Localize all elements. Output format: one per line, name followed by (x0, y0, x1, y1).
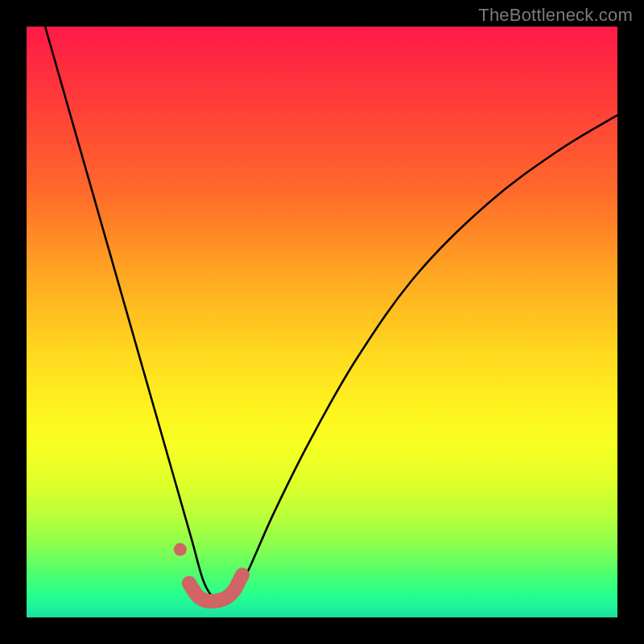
plot-area (27, 27, 617, 617)
chart-svg (27, 27, 617, 617)
outer-frame: TheBottleneck.com (0, 0, 644, 644)
bottleneck-curve (39, 27, 617, 601)
optimal-range-marker (189, 575, 242, 601)
watermark-text: TheBottleneck.com (478, 5, 633, 26)
marker-dot (174, 543, 187, 556)
